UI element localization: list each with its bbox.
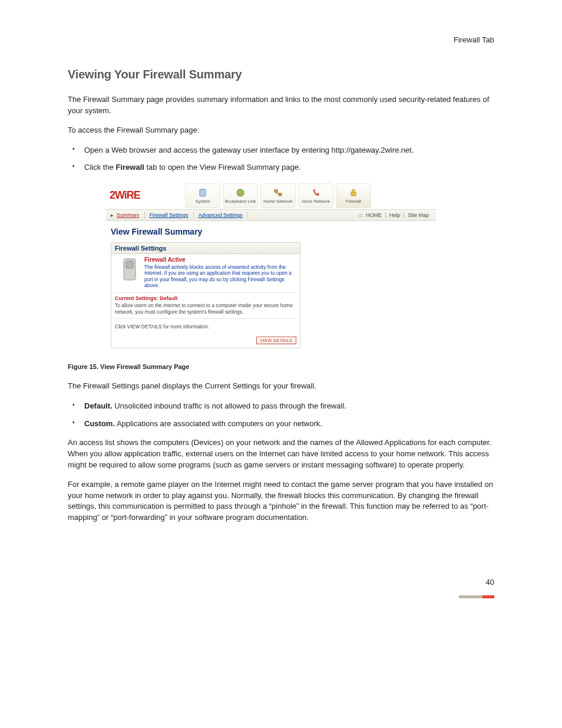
svg-rect-6 xyxy=(126,261,133,268)
svg-rect-2 xyxy=(275,190,277,192)
firewall-active-title: Firewall Active xyxy=(144,256,293,263)
system-icon xyxy=(197,187,208,198)
subnav-advanced-settings[interactable]: Advanced Settings xyxy=(199,212,243,218)
nav-home-network[interactable]: Home Network xyxy=(260,183,296,208)
subnav-separator xyxy=(247,212,248,219)
option-default: Default. Unsolicited inbound traffic is … xyxy=(68,400,494,412)
brand-logo[interactable]: 2WiRE xyxy=(106,182,184,209)
nav-voice-label: Voice Network xyxy=(302,199,330,204)
page-number: 40 xyxy=(486,578,494,587)
access-list-paragraph: An access list shows the computers (Devi… xyxy=(68,437,494,471)
access-step-2-bold: Firewall xyxy=(115,163,144,172)
current-settings-title: Current Settings: Default xyxy=(115,295,296,301)
firewall-active-body: The firewall actively blocks access of u… xyxy=(144,264,293,289)
nav-home-label: Home Network xyxy=(263,199,293,204)
brand-logo-text: 2WiRE xyxy=(110,189,140,202)
subnav-separator xyxy=(193,212,194,219)
phone-icon xyxy=(310,187,321,198)
nav-firewall[interactable]: Firewall xyxy=(336,183,371,208)
lock-icon xyxy=(348,187,359,198)
option-default-rest: Unsolicited inbound traffic is not allow… xyxy=(113,401,346,410)
option-custom-bold: Custom. xyxy=(84,419,115,428)
top-nav-bar: 2WiRE System Broadband Link Home Network xyxy=(106,182,436,209)
subnav-summary[interactable]: Summary xyxy=(117,212,140,218)
sub-nav-bar: Summary Firewall Settings Advanced Setti… xyxy=(106,209,436,221)
nav-broadband[interactable]: Broadband Link xyxy=(223,183,258,208)
page-footer-bar xyxy=(459,595,494,598)
view-details-button[interactable]: VIEW DETAILS xyxy=(256,337,296,344)
nav-broadband-label: Broadband Link xyxy=(225,199,256,204)
intro-paragraph: The Firewall Summary page provides summa… xyxy=(68,94,494,117)
option-custom-rest: Applications are associated with compute… xyxy=(115,419,322,428)
nav-system[interactable]: System xyxy=(185,183,220,208)
current-settings-body: To allow users on the Internet to connec… xyxy=(115,302,296,315)
firewall-settings-panel: Firewall Settings Firewall Active The fi… xyxy=(111,242,300,349)
section-title: Viewing Your Firewall Summary xyxy=(68,68,494,81)
subnav-firewall-settings[interactable]: Firewall Settings xyxy=(150,212,189,218)
panel-header: Firewall Settings xyxy=(111,243,300,254)
link-sitemap[interactable]: Site Map xyxy=(408,212,429,218)
access-step-2-post: tab to open the View Firewall Summary pa… xyxy=(144,163,301,172)
nav-system-label: System xyxy=(195,199,210,204)
subnav-right-links: ⌂ HOME Help Site Map xyxy=(359,212,431,218)
svg-rect-4 xyxy=(351,192,356,196)
page-title: View Firewall Summary xyxy=(111,227,431,236)
more-info-text: Click VIEW DETAILS for more information. xyxy=(115,324,296,330)
home-icon: ⌂ xyxy=(359,212,362,218)
after-figure-paragraph: The Firewall Settings panel displays the… xyxy=(68,381,494,392)
subnav-separator xyxy=(144,212,145,219)
option-default-bold: Default. xyxy=(84,401,113,410)
access-step-2: Click the Firewall tab to open the View … xyxy=(68,162,494,173)
nav-firewall-label: Firewall xyxy=(346,199,361,204)
network-icon xyxy=(273,187,283,198)
globe-icon xyxy=(235,187,246,198)
access-step-1: Open a Web browser and access the gatewa… xyxy=(68,144,494,156)
access-step-2-pre: Click the xyxy=(84,163,115,172)
figure-caption: Figure 15. View Firewall Summary Page xyxy=(68,363,494,370)
svg-rect-0 xyxy=(200,189,206,196)
link-home[interactable]: HOME xyxy=(366,212,382,218)
page-header-right: Firewall Tab xyxy=(68,35,494,44)
access-steps-list: Open a Web browser and access the gatewa… xyxy=(68,144,494,173)
nav-voice-network[interactable]: Voice Network xyxy=(298,183,333,208)
access-lead: To access the Firewall Summary page: xyxy=(68,125,494,136)
firewall-device-icon xyxy=(118,256,142,289)
option-custom: Custom. Applications are associated with… xyxy=(68,418,494,430)
svg-rect-3 xyxy=(279,193,282,196)
example-paragraph: For example, a remote game player on the… xyxy=(68,479,494,523)
firewall-summary-screenshot: 2WiRE System Broadband Link Home Network xyxy=(105,182,437,355)
settings-options-list: Default. Unsolicited inbound traffic is … xyxy=(68,400,494,429)
link-help[interactable]: Help xyxy=(389,212,401,218)
